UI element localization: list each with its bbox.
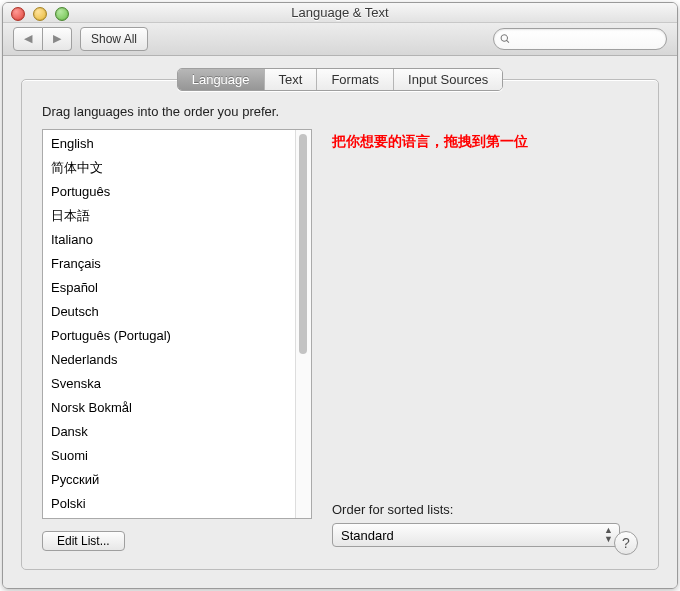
traffic-lights bbox=[11, 7, 69, 21]
preferences-window: Language & Text ◀ ▶ Show All Language Te… bbox=[2, 2, 678, 589]
order-select[interactable]: Standard ▲▼ bbox=[332, 523, 620, 547]
content-area: Language Text Formats Input Sources Drag… bbox=[3, 56, 677, 588]
window-title: Language & Text bbox=[291, 5, 388, 20]
nav-segment: ◀ ▶ bbox=[13, 27, 72, 51]
minimize-window-button[interactable] bbox=[33, 7, 47, 21]
annotation-text: 把你想要的语言，拖拽到第一位 bbox=[332, 133, 638, 151]
list-item[interactable]: 日本語 bbox=[43, 204, 295, 228]
show-all-button[interactable]: Show All bbox=[80, 27, 148, 51]
close-window-button[interactable] bbox=[11, 7, 25, 21]
tab-formats[interactable]: Formats bbox=[317, 69, 394, 90]
scrollbar-thumb[interactable] bbox=[299, 134, 307, 354]
list-item[interactable]: Suomi bbox=[43, 444, 295, 468]
language-list-items: English简体中文Português日本語ItalianoFrançaisE… bbox=[43, 130, 295, 518]
search-field[interactable] bbox=[493, 28, 667, 50]
list-item[interactable]: Français bbox=[43, 252, 295, 276]
back-button[interactable]: ◀ bbox=[13, 27, 43, 51]
list-item[interactable]: Português bbox=[43, 180, 295, 204]
tab-text[interactable]: Text bbox=[265, 69, 318, 90]
list-item[interactable]: Italiano bbox=[43, 228, 295, 252]
tab-input-sources[interactable]: Input Sources bbox=[394, 69, 502, 90]
zoom-window-button[interactable] bbox=[55, 7, 69, 21]
list-item[interactable]: Dansk bbox=[43, 420, 295, 444]
edit-list-button[interactable]: Edit List... bbox=[42, 531, 125, 551]
list-item[interactable]: 简体中文 bbox=[43, 156, 295, 180]
toolbar: ◀ ▶ Show All bbox=[3, 23, 677, 56]
tab-panel: Drag languages into the order you prefer… bbox=[21, 79, 659, 570]
tab-group: Language Text Formats Input Sources bbox=[177, 68, 504, 91]
list-item[interactable]: Русский bbox=[43, 468, 295, 492]
forward-button[interactable]: ▶ bbox=[43, 27, 72, 51]
list-item[interactable]: Svenska bbox=[43, 372, 295, 396]
list-item[interactable]: Norsk Bokmål bbox=[43, 396, 295, 420]
chevron-left-icon: ◀ bbox=[24, 32, 32, 45]
tab-language[interactable]: Language bbox=[178, 69, 265, 90]
search-icon bbox=[500, 33, 511, 45]
list-item[interactable]: Deutsch bbox=[43, 300, 295, 324]
scrollbar[interactable] bbox=[295, 130, 311, 518]
list-item[interactable]: Polski bbox=[43, 492, 295, 516]
list-item[interactable]: Português (Portugal) bbox=[43, 324, 295, 348]
list-item[interactable]: English bbox=[43, 132, 295, 156]
order-select-value: Standard bbox=[341, 528, 394, 543]
title-bar: Language & Text bbox=[3, 3, 677, 23]
language-listbox[interactable]: English简体中文Português日本語ItalianoFrançaisE… bbox=[42, 129, 312, 519]
list-item[interactable]: Nederlands bbox=[43, 348, 295, 372]
chevron-right-icon: ▶ bbox=[53, 32, 61, 45]
search-input[interactable] bbox=[515, 31, 660, 47]
updown-icon: ▲▼ bbox=[604, 526, 613, 544]
list-item[interactable]: Español bbox=[43, 276, 295, 300]
help-button[interactable]: ? bbox=[614, 531, 638, 555]
order-label: Order for sorted lists: bbox=[332, 502, 638, 517]
instruction-label: Drag languages into the order you prefer… bbox=[42, 104, 638, 119]
